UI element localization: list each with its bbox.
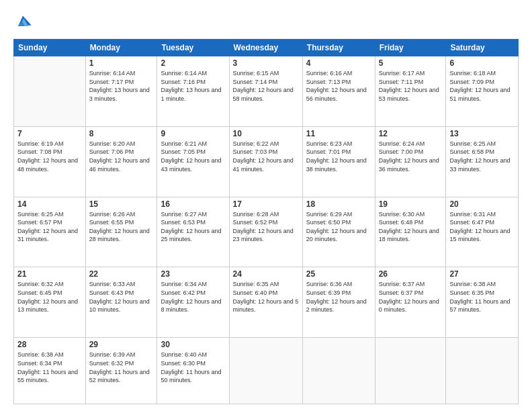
day-info: Sunrise: 6:21 AM Sunset: 7:05 PM Dayligh… [161, 140, 225, 173]
header-tuesday: Tuesday [157, 40, 229, 56]
day-info: Sunrise: 6:30 AM Sunset: 6:48 PM Dayligh… [379, 210, 443, 244]
day-number: 1 [89, 58, 154, 68]
table-cell [302, 338, 375, 404]
header-sunday: Sunday [14, 40, 86, 56]
day-info: Sunrise: 6:25 AM Sunset: 6:57 PM Dayligh… [17, 210, 82, 244]
day-number: 24 [233, 269, 299, 279]
day-number: 15 [89, 199, 154, 209]
day-info: Sunrise: 6:19 AM Sunset: 7:08 PM Dayligh… [17, 140, 82, 173]
day-info: Sunrise: 6:38 AM Sunset: 6:34 PM Dayligh… [17, 351, 82, 384]
table-cell: 12Sunrise: 6:24 AM Sunset: 7:00 PM Dayli… [375, 126, 446, 197]
day-number: 9 [161, 129, 225, 138]
table-cell: 28Sunrise: 6:38 AM Sunset: 6:34 PM Dayli… [14, 338, 86, 404]
day-number: 5 [379, 58, 443, 68]
day-number: 18 [306, 199, 371, 209]
table-cell: 22Sunrise: 6:33 AM Sunset: 6:43 PM Dayli… [85, 267, 157, 338]
day-number: 27 [449, 269, 515, 279]
day-number: 3 [233, 58, 299, 68]
header-wednesday: Wednesday [229, 40, 302, 56]
header [13, 12, 519, 34]
table-cell: 21Sunrise: 6:32 AM Sunset: 6:45 PM Dayli… [14, 267, 86, 338]
table-cell: 11Sunrise: 6:23 AM Sunset: 7:01 PM Dayli… [302, 126, 375, 197]
day-number: 17 [233, 199, 299, 209]
day-info: Sunrise: 6:25 AM Sunset: 6:58 PM Dayligh… [449, 140, 515, 173]
day-info: Sunrise: 6:40 AM Sunset: 6:30 PM Dayligh… [161, 351, 225, 384]
logo-icon [13, 12, 32, 34]
table-cell [446, 338, 519, 404]
table-cell: 10Sunrise: 6:22 AM Sunset: 7:03 PM Dayli… [229, 126, 302, 197]
table-cell: 15Sunrise: 6:26 AM Sunset: 6:55 PM Dayli… [85, 197, 157, 267]
day-number: 2 [161, 58, 225, 68]
day-info: Sunrise: 6:15 AM Sunset: 7:14 PM Dayligh… [233, 69, 299, 103]
table-cell [14, 56, 86, 127]
day-info: Sunrise: 6:14 AM Sunset: 7:17 PM Dayligh… [89, 69, 154, 103]
day-info: Sunrise: 6:29 AM Sunset: 6:50 PM Dayligh… [306, 210, 371, 244]
day-info: Sunrise: 6:23 AM Sunset: 7:01 PM Dayligh… [306, 140, 371, 173]
header-saturday: Saturday [446, 40, 519, 56]
day-info: Sunrise: 6:38 AM Sunset: 6:35 PM Dayligh… [449, 280, 515, 314]
table-cell: 1Sunrise: 6:14 AM Sunset: 7:17 PM Daylig… [85, 56, 157, 127]
day-number: 8 [89, 129, 154, 138]
table-cell: 6Sunrise: 6:18 AM Sunset: 7:09 PM Daylig… [446, 56, 519, 127]
day-number: 4 [306, 58, 371, 68]
day-info: Sunrise: 6:16 AM Sunset: 7:13 PM Dayligh… [306, 69, 371, 103]
day-info: Sunrise: 6:14 AM Sunset: 7:16 PM Dayligh… [161, 69, 225, 103]
table-cell: 3Sunrise: 6:15 AM Sunset: 7:14 PM Daylig… [229, 56, 302, 127]
table-cell [375, 338, 446, 404]
day-number: 12 [379, 129, 443, 138]
table-cell: 13Sunrise: 6:25 AM Sunset: 6:58 PM Dayli… [446, 126, 519, 197]
table-cell: 4Sunrise: 6:16 AM Sunset: 7:13 PM Daylig… [302, 56, 375, 127]
calendar: Sunday Monday Tuesday Wednesday Thursday… [13, 39, 519, 404]
table-cell: 30Sunrise: 6:40 AM Sunset: 6:30 PM Dayli… [157, 338, 229, 404]
day-info: Sunrise: 6:39 AM Sunset: 6:32 PM Dayligh… [89, 351, 154, 384]
day-number: 6 [449, 58, 515, 68]
day-info: Sunrise: 6:37 AM Sunset: 6:37 PM Dayligh… [379, 280, 443, 314]
day-number: 21 [17, 269, 82, 279]
calendar-table: Sunday Monday Tuesday Wednesday Thursday… [13, 39, 519, 404]
page: Sunday Monday Tuesday Wednesday Thursday… [0, 0, 532, 411]
table-cell: 2Sunrise: 6:14 AM Sunset: 7:16 PM Daylig… [157, 56, 229, 127]
day-info: Sunrise: 6:22 AM Sunset: 7:03 PM Dayligh… [233, 140, 299, 173]
header-thursday: Thursday [302, 40, 375, 56]
day-number: 20 [449, 199, 515, 209]
day-info: Sunrise: 6:31 AM Sunset: 6:47 PM Dayligh… [449, 210, 515, 244]
table-cell: 5Sunrise: 6:17 AM Sunset: 7:11 PM Daylig… [375, 56, 446, 127]
day-number: 14 [17, 199, 82, 209]
day-number: 7 [17, 129, 82, 138]
table-cell: 9Sunrise: 6:21 AM Sunset: 7:05 PM Daylig… [157, 126, 229, 197]
day-number: 19 [379, 199, 443, 209]
header-monday: Monday [85, 40, 157, 56]
day-info: Sunrise: 6:36 AM Sunset: 6:39 PM Dayligh… [306, 280, 371, 314]
table-cell: 23Sunrise: 6:34 AM Sunset: 6:42 PM Dayli… [157, 267, 229, 338]
day-info: Sunrise: 6:33 AM Sunset: 6:43 PM Dayligh… [89, 280, 154, 314]
day-info: Sunrise: 6:26 AM Sunset: 6:55 PM Dayligh… [89, 210, 154, 244]
day-number: 22 [89, 269, 154, 279]
day-number: 26 [379, 269, 443, 279]
table-cell: 24Sunrise: 6:35 AM Sunset: 6:40 PM Dayli… [229, 267, 302, 338]
table-cell: 25Sunrise: 6:36 AM Sunset: 6:39 PM Dayli… [302, 267, 375, 338]
day-number: 11 [306, 129, 371, 138]
day-info: Sunrise: 6:35 AM Sunset: 6:40 PM Dayligh… [233, 280, 299, 314]
day-info: Sunrise: 6:20 AM Sunset: 7:06 PM Dayligh… [89, 140, 154, 173]
table-cell: 26Sunrise: 6:37 AM Sunset: 6:37 PM Dayli… [375, 267, 446, 338]
day-number: 23 [161, 269, 225, 279]
table-cell [229, 338, 302, 404]
day-info: Sunrise: 6:27 AM Sunset: 6:53 PM Dayligh… [161, 210, 225, 244]
logo [13, 12, 34, 34]
table-cell: 19Sunrise: 6:30 AM Sunset: 6:48 PM Dayli… [375, 197, 446, 267]
header-friday: Friday [375, 40, 446, 56]
table-cell: 20Sunrise: 6:31 AM Sunset: 6:47 PM Dayli… [446, 197, 519, 267]
day-number: 29 [89, 340, 154, 349]
day-number: 30 [161, 340, 225, 349]
day-number: 10 [233, 129, 299, 138]
table-cell: 8Sunrise: 6:20 AM Sunset: 7:06 PM Daylig… [85, 126, 157, 197]
table-cell: 16Sunrise: 6:27 AM Sunset: 6:53 PM Dayli… [157, 197, 229, 267]
day-number: 13 [449, 129, 515, 138]
day-header-row: Sunday Monday Tuesday Wednesday Thursday… [14, 40, 519, 56]
day-info: Sunrise: 6:18 AM Sunset: 7:09 PM Dayligh… [449, 69, 515, 103]
day-number: 25 [306, 269, 371, 279]
table-cell: 29Sunrise: 6:39 AM Sunset: 6:32 PM Dayli… [85, 338, 157, 404]
day-info: Sunrise: 6:28 AM Sunset: 6:52 PM Dayligh… [233, 210, 299, 244]
table-cell: 18Sunrise: 6:29 AM Sunset: 6:50 PM Dayli… [302, 197, 375, 267]
table-cell: 17Sunrise: 6:28 AM Sunset: 6:52 PM Dayli… [229, 197, 302, 267]
